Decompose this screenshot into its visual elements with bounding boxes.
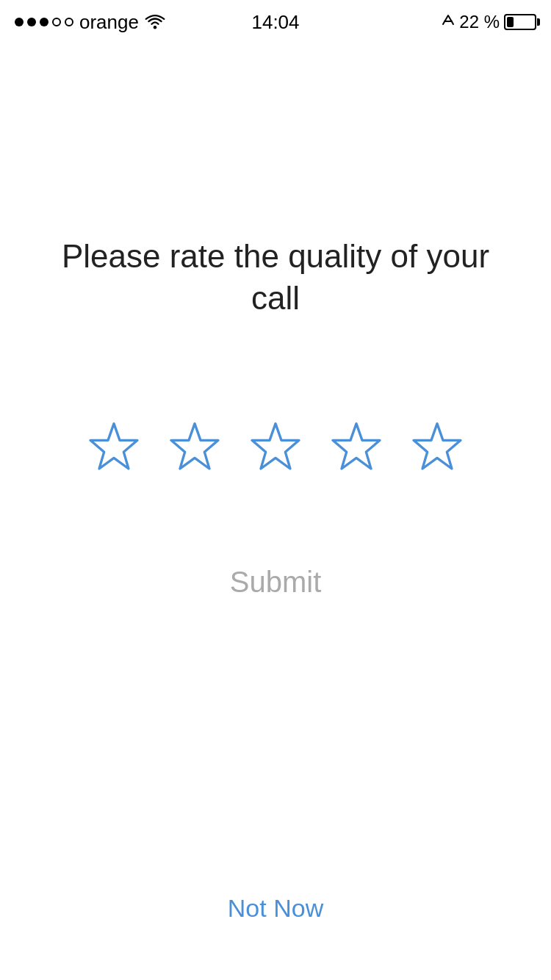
svg-marker-6 bbox=[414, 424, 461, 469]
star-3[interactable] bbox=[246, 419, 305, 478]
main-content: Please rate the quality of your call bbox=[0, 0, 551, 980]
svg-marker-5 bbox=[333, 424, 380, 469]
svg-marker-3 bbox=[171, 424, 218, 469]
not-now-button[interactable]: Not Now bbox=[198, 887, 353, 930]
svg-marker-2 bbox=[90, 424, 137, 469]
prompt-text: Please rate the quality of your call bbox=[0, 235, 551, 319]
star-4[interactable] bbox=[327, 419, 386, 478]
star-2[interactable] bbox=[165, 419, 224, 478]
star-1[interactable] bbox=[84, 419, 143, 478]
submit-button[interactable]: Submit bbox=[201, 558, 351, 606]
star-5[interactable] bbox=[408, 419, 467, 478]
svg-marker-4 bbox=[252, 424, 299, 469]
star-rating[interactable] bbox=[0, 419, 551, 478]
